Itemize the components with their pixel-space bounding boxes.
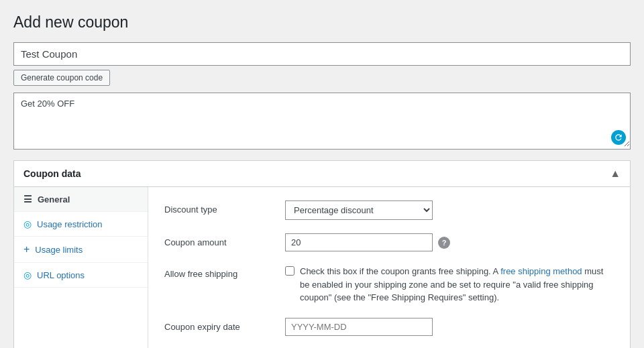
- free-shipping-field: Check this box if the coupon grants free…: [285, 265, 614, 304]
- allow-free-shipping-label: Allow free shipping: [164, 265, 285, 279]
- sidebar-nav: ☰ General ◎ Usage restriction + Usage li…: [14, 187, 148, 348]
- coupon-data-box: Coupon data ▲ ☰ General ◎ Usage restrict…: [13, 160, 631, 348]
- allow-free-shipping-row: Allow free shipping Check this box if th…: [164, 265, 614, 304]
- coupon-amount-label: Coupon amount: [164, 233, 285, 247]
- discount-type-label: Discount type: [164, 200, 285, 215]
- coupon-data-title: Coupon data: [23, 168, 81, 179]
- sidebar-item-usage-restriction[interactable]: ◎ Usage restriction: [14, 212, 148, 237]
- discount-type-select[interactable]: Percentage discount Fixed cart discount …: [285, 200, 433, 220]
- page-title: Add new coupon: [13, 13, 631, 32]
- sidebar-item-usage-limits-label: Usage limits: [35, 245, 83, 255]
- collapse-arrow[interactable]: ▲: [610, 168, 621, 180]
- coupon-amount-help-icon[interactable]: ?: [438, 237, 450, 249]
- general-icon: ☰: [23, 194, 32, 205]
- free-shipping-checkbox[interactable]: [285, 266, 294, 276]
- coupon-amount-row: Coupon amount ?: [164, 233, 614, 251]
- usage-limits-icon: +: [23, 243, 30, 255]
- description-textarea[interactable]: Get 20% OFF: [14, 93, 630, 147]
- discount-type-field: Percentage discount Fixed cart discount …: [285, 200, 614, 220]
- main-content: Discount type Percentage discount Fixed …: [148, 187, 630, 348]
- sidebar-item-usage-restriction-label: Usage restriction: [37, 219, 103, 229]
- sidebar-item-general-label: General: [38, 194, 70, 205]
- coupon-expiry-date-input[interactable]: [285, 318, 433, 336]
- free-shipping-method-link[interactable]: free shipping method: [500, 266, 582, 276]
- sidebar-item-url-options[interactable]: ◎ URL options: [14, 263, 148, 288]
- sidebar-item-url-options-label: URL options: [37, 270, 85, 280]
- coupon-data-body: ☰ General ◎ Usage restriction + Usage li…: [14, 187, 630, 348]
- coupon-amount-input[interactable]: [285, 233, 433, 251]
- generate-coupon-btn[interactable]: Generate coupon code: [13, 70, 110, 86]
- sidebar-item-general[interactable]: ☰ General: [14, 187, 148, 212]
- coupon-code-input[interactable]: [13, 42, 631, 66]
- discount-type-row: Discount type Percentage discount Fixed …: [164, 200, 614, 220]
- sidebar-item-usage-limits[interactable]: + Usage limits: [14, 237, 148, 263]
- description-container: Get 20% OFF: [13, 93, 631, 150]
- page-container: Add new coupon Generate coupon code Get …: [13, 13, 631, 348]
- usage-restriction-icon: ◎: [23, 219, 32, 229]
- coupon-expiry-date-row: Coupon expiry date: [164, 318, 614, 336]
- coupon-expiry-date-label: Coupon expiry date: [164, 318, 285, 332]
- coupon-amount-field: ?: [285, 233, 614, 251]
- coupon-expiry-date-field: [285, 318, 614, 336]
- refresh-icon[interactable]: [611, 130, 626, 145]
- url-options-icon: ◎: [23, 270, 32, 280]
- free-shipping-description: Check this box if the coupon grants free…: [300, 265, 614, 304]
- coupon-data-header: Coupon data ▲: [14, 161, 630, 187]
